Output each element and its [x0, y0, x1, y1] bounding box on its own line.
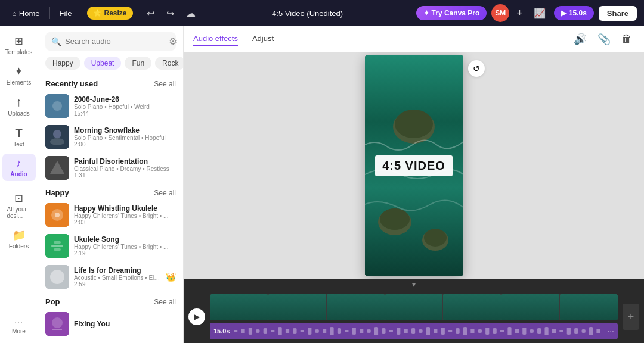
search-input[interactable] — [65, 37, 165, 46]
sidebar-item-folders[interactable]: 📁 Folders — [2, 225, 36, 253]
redo-button[interactable]: ↪ — [163, 5, 178, 21]
svg-rect-71 — [566, 328, 570, 335]
svg-rect-68 — [544, 327, 548, 335]
svg-rect-52 — [426, 327, 429, 335]
audio-more-button[interactable]: ··· — [607, 326, 614, 336]
templates-icon: ⊞ — [14, 35, 23, 48]
audio-waveform — [234, 326, 604, 336]
sidebar-item-uploads[interactable]: ↑ Uploads — [2, 92, 36, 120]
timeline-content: 15.0s — [210, 294, 618, 339]
tag-happy[interactable]: Happy — [45, 57, 80, 70]
sidebar-item-templates[interactable]: ⊞ Templates — [2, 31, 36, 59]
sidebar-item-text[interactable]: T Text — [2, 123, 36, 151]
refresh-button[interactable]: ↺ — [468, 60, 485, 77]
sidebar-item-audio[interactable]: ♪ Audio — [2, 154, 36, 181]
folders-icon: 📁 — [13, 229, 26, 242]
track-info: Life Is for Dreaming Acoustic • Small Em… — [74, 266, 161, 288]
svg-rect-73 — [581, 329, 585, 333]
add-clip-button[interactable]: + — [623, 304, 639, 330]
track-item[interactable]: Life Is for Dreaming Acoustic • Small Em… — [38, 261, 183, 292]
cloud-button[interactable]: ☁ — [182, 5, 199, 21]
sidebar-item-more[interactable]: ··· More — [2, 314, 36, 338]
avatar[interactable]: SM — [491, 4, 509, 22]
track-meta: Acoustic • Small Emotions • Elegant • ..… — [74, 275, 161, 281]
track-thumbnail — [45, 203, 69, 227]
track-thumbnail — [45, 234, 69, 258]
svg-rect-53 — [434, 329, 437, 333]
track-art — [45, 234, 69, 258]
play-time-button[interactable]: ▶ 15.0s — [554, 6, 594, 20]
text-label: Text — [13, 141, 24, 148]
svg-rect-47 — [389, 330, 392, 332]
project-title: 4:5 Video (Unedited) — [272, 9, 343, 18]
audio-clip-button[interactable]: 📎 — [595, 30, 613, 48]
video-thumb-6 — [501, 294, 559, 320]
track-item[interactable]: Painful Disorientation Classical Piano •… — [38, 152, 183, 183]
svg-rect-46 — [382, 328, 385, 334]
track-art — [45, 156, 69, 180]
svg-rect-64 — [515, 329, 518, 333]
track-item[interactable]: Ukulele Song Happy Childrens' Tunes • Br… — [38, 230, 183, 261]
happy-title: Happy — [45, 188, 69, 197]
audio-track[interactable]: 15.0s — [210, 323, 618, 339]
track-thumbnail — [45, 312, 69, 336]
sidebar: ⊞ Templates ✦ Elements ↑ Uploads T Text … — [0, 26, 38, 343]
audio-delete-button[interactable]: 🗑 — [619, 30, 634, 48]
share-button[interactable]: Share — [599, 6, 637, 21]
track-name: Ukulele Song — [74, 235, 176, 244]
track-info: Fixing You — [74, 320, 176, 328]
play-time-label: 15.0s — [569, 9, 587, 17]
happy-see-all[interactable]: See all — [154, 189, 176, 197]
track-item[interactable]: Happy Whistling Ukulele Happy Childrens'… — [38, 199, 183, 230]
tag-upbeat[interactable]: Upbeat — [84, 57, 122, 70]
topbar-right: ✦ Try Canva Pro SM + 📈 ▶ 15.0s Share — [416, 4, 637, 22]
pop-section-header: Pop See all — [38, 292, 183, 308]
collapse-timeline-button[interactable]: ▾ — [412, 280, 416, 289]
home-button[interactable]: ⌂ Home — [7, 7, 45, 20]
svg-rect-55 — [448, 330, 452, 332]
filter-icon[interactable]: ⚙ — [169, 36, 177, 47]
resize-button[interactable]: ⭐ Resize — [87, 7, 133, 20]
svg-rect-59 — [478, 329, 481, 333]
add-collaborator-button[interactable]: + — [514, 6, 525, 21]
tag-fun[interactable]: Fun — [125, 57, 151, 70]
svg-rect-56 — [456, 328, 459, 334]
pop-see-all[interactable]: See all — [154, 298, 176, 306]
audio-speaker-button[interactable]: 🔊 — [571, 30, 589, 48]
svg-rect-58 — [470, 329, 474, 333]
svg-rect-32 — [278, 327, 281, 335]
track-item[interactable]: Morning Snowflake Solo Piano • Sentiment… — [38, 121, 183, 152]
track-thumbnail — [45, 156, 69, 180]
recently-used-see-all[interactable]: See all — [154, 80, 176, 88]
play-button[interactable]: ▶ — [188, 308, 205, 325]
pro-icon: ✦ — [423, 9, 429, 17]
svg-rect-45 — [374, 327, 377, 335]
svg-rect-12 — [54, 241, 61, 244]
analytics-button[interactable]: 📈 — [530, 5, 549, 21]
audio-track-label: 15.0s — [213, 328, 230, 335]
svg-rect-61 — [493, 328, 496, 334]
track-art — [45, 265, 69, 289]
track-info: Morning Snowflake Solo Piano • Sentiment… — [74, 126, 176, 148]
search-bar: 🔍 ⚙ — [38, 26, 183, 54]
svg-rect-18 — [52, 329, 62, 330]
track-art — [45, 203, 69, 227]
topbar-separator — [49, 7, 50, 19]
svg-rect-67 — [537, 328, 541, 334]
svg-rect-40 — [337, 328, 340, 334]
tab-audio-effects[interactable]: Audio effects — [193, 32, 238, 46]
undo-button[interactable]: ↩ — [143, 5, 158, 21]
timeline-top: ▾ — [184, 279, 644, 291]
track-item[interactable]: Fixing You — [38, 308, 183, 339]
sidebar-item-elements[interactable]: ✦ Elements — [2, 61, 36, 89]
svg-rect-13 — [54, 248, 61, 251]
svg-point-25 — [424, 229, 447, 247]
file-button[interactable]: File — [55, 7, 77, 20]
svg-rect-51 — [419, 329, 422, 333]
try-pro-button[interactable]: ✦ Try Canva Pro — [416, 6, 487, 20]
tab-adjust[interactable]: Adjust — [252, 32, 274, 46]
track-name: Painful Disorientation — [74, 157, 176, 166]
sidebar-item-all-designs[interactable]: ⊡ All your desi... — [2, 188, 36, 223]
tag-rock[interactable]: Rock — [155, 57, 183, 70]
track-item[interactable]: 2006-June-26 Solo Piano • Hopeful • Weir… — [38, 91, 183, 121]
